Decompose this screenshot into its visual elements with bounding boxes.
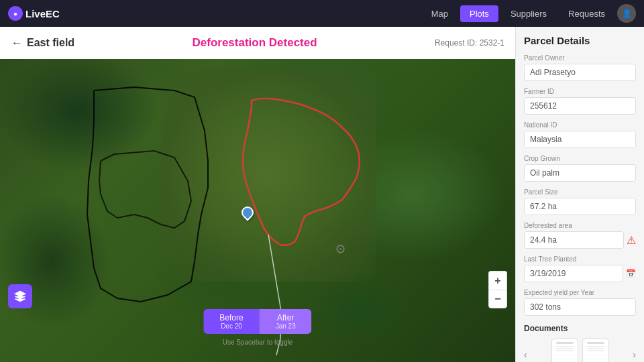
before-date: Dec 20 xyxy=(219,322,243,330)
doc-thumbnails: Spec-1 Spec-2 xyxy=(531,339,629,362)
back-arrow-icon: ← xyxy=(11,36,23,50)
parcel-owner-label: Parcel Owner xyxy=(524,54,636,62)
main-layout: ← East field Deforestation Detected Requ… xyxy=(0,27,644,362)
expected-yield-group: Expected yield per Year 302 tons xyxy=(524,289,636,316)
nav-requests[interactable]: Requests xyxy=(559,5,614,22)
farmer-id-label: Farmer ID xyxy=(524,88,636,95)
deforested-area-group: Deforested area 24.4 ha ⚠ xyxy=(524,222,636,249)
documents-row: ‹ Spec-1 Spec-2 › xyxy=(524,339,636,362)
camera-marker[interactable]: ⊙ xyxy=(335,241,345,256)
nav-suppliers[interactable]: Suppliers xyxy=(501,5,556,22)
panel-title: Parcel Details xyxy=(524,35,636,46)
spacebar-hint: Use Spacebar to toggle xyxy=(223,339,293,346)
document-2[interactable]: Spec-2 xyxy=(582,339,609,362)
map-controls: + − xyxy=(488,271,507,308)
layers-button[interactable] xyxy=(8,284,32,308)
right-panel: Parcel Details Parcel Owner Adi Prasetyo… xyxy=(515,27,644,362)
docs-prev-button[interactable]: ‹ xyxy=(524,349,527,360)
national-id-group: National ID Malaysia xyxy=(524,121,636,148)
field-title: East field xyxy=(27,37,74,49)
after-date: Jan 23 xyxy=(276,322,296,330)
nav-plots[interactable]: Plots xyxy=(460,5,498,22)
map-area: ← East field Deforestation Detected Requ… xyxy=(0,27,515,362)
top-nav: ● LiveEC Map Plots Suppliers Requests 👤 xyxy=(0,0,644,27)
expected-yield-label: Expected yield per Year xyxy=(524,289,636,296)
last-tree-planted-group: Last Tree Planted 3/19/2019 📅 xyxy=(524,255,636,282)
farmer-id-value[interactable]: 255612 xyxy=(524,97,636,115)
logo: ● LiveEC xyxy=(8,6,60,21)
parcel-owner-group: Parcel Owner Adi Prasetyo xyxy=(524,54,636,81)
before-after-toggle: Before Dec 20 After Jan 23 xyxy=(203,309,311,334)
farmer-id-group: Farmer ID 255612 xyxy=(524,88,636,115)
crop-grown-label: Crop Grown xyxy=(524,155,636,162)
layers-icon xyxy=(14,290,26,302)
after-label: After xyxy=(277,313,294,322)
deforested-area-row: 24.4 ha ⚠ xyxy=(524,231,636,249)
deforested-area-value[interactable]: 24.4 ha xyxy=(524,231,624,249)
crop-grown-group: Crop Grown Oil palm xyxy=(524,155,636,182)
calendar-icon: 📅 xyxy=(626,269,636,278)
parcel-size-group: Parcel Size 67.2 ha xyxy=(524,188,636,215)
parcel-size-label: Parcel Size xyxy=(524,188,636,196)
documents-section-title: Documents xyxy=(524,324,636,333)
zoom-out-button[interactable]: − xyxy=(488,290,507,308)
zoom-in-button[interactable]: + xyxy=(488,271,507,290)
docs-next-button[interactable]: › xyxy=(633,349,636,360)
last-tree-planted-row: 3/19/2019 📅 xyxy=(524,265,636,282)
before-label: Before xyxy=(219,313,243,322)
back-button[interactable]: ← East field xyxy=(11,36,74,50)
national-id-value[interactable]: Malaysia xyxy=(524,131,636,148)
alert-title: Deforestation Detected xyxy=(192,36,317,50)
last-tree-planted-value[interactable]: 3/19/2019 xyxy=(524,265,623,282)
request-id: Request ID: 2532-1 xyxy=(435,38,504,48)
before-button[interactable]: Before Dec 20 xyxy=(203,309,259,334)
nav-items: Map Plots Suppliers Requests 👤 xyxy=(422,4,636,23)
national-id-label: National ID xyxy=(524,121,636,129)
document-1[interactable]: Spec-1 xyxy=(551,339,578,362)
logo-text: LiveEC xyxy=(25,8,60,19)
last-tree-planted-label: Last Tree Planted xyxy=(524,255,636,263)
after-button[interactable]: After Jan 23 xyxy=(260,309,312,334)
parcel-size-value[interactable]: 67.2 ha xyxy=(524,198,636,215)
nav-map[interactable]: Map xyxy=(422,5,458,22)
deforested-area-label: Deforested area xyxy=(524,222,636,229)
user-avatar[interactable]: 👤 xyxy=(617,4,636,23)
expected-yield-value[interactable]: 302 tons xyxy=(524,298,636,316)
logo-icon: ● xyxy=(8,6,23,21)
parcel-owner-value[interactable]: Adi Prasetyo xyxy=(524,64,636,81)
map-header: ← East field Deforestation Detected Requ… xyxy=(0,27,515,59)
crop-grown-value[interactable]: Oil palm xyxy=(524,164,636,182)
deforested-alert-icon: ⚠ xyxy=(627,234,636,247)
